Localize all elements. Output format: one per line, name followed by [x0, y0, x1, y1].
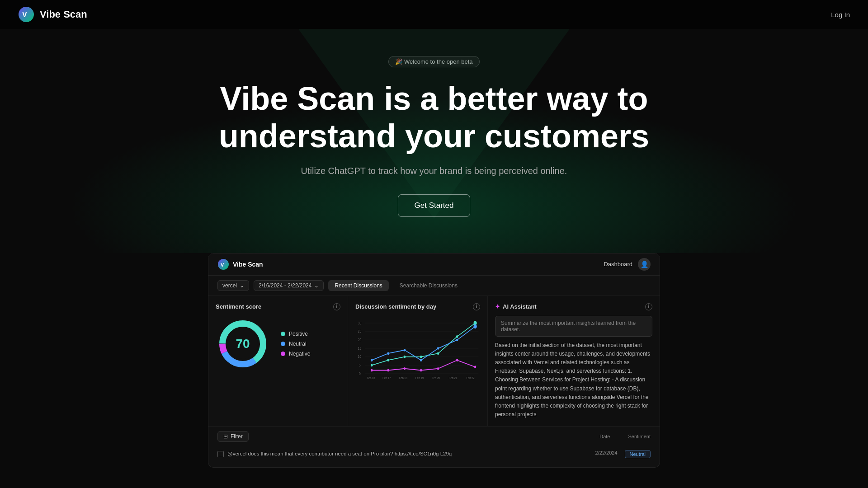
hero-section: 🎉 Welcome to the open beta Vibe Scan is … [0, 29, 868, 253]
svg-point-40 [437, 347, 439, 350]
svg-point-45 [404, 367, 406, 370]
svg-point-38 [404, 349, 406, 352]
svg-text:Feb 21: Feb 21 [449, 376, 457, 380]
ai-input-text: Summarize the most important insights le… [501, 320, 636, 333]
legend-label-negative: Negative [289, 351, 310, 357]
svg-point-36 [371, 359, 373, 361]
filter-bar: vercel ⌄ 2/16/2024 - 2/22/2024 ⌄ Recent … [208, 276, 660, 296]
legend-positive: Positive [281, 331, 310, 337]
svg-point-41 [456, 338, 458, 341]
login-button[interactable]: Log In [831, 11, 850, 19]
sentiment-score-panel: Sentiment score i [208, 296, 348, 427]
top-nav: V Vibe Scan Log In [0, 0, 868, 29]
chart-svg: 30 25 20 15 10 5 0 Feb 16 Feb 1 [355, 317, 480, 380]
sentiment-score-inner: 70 Positive Neutral Negati [216, 317, 340, 371]
logo-area: V Vibe Scan [18, 6, 87, 23]
legend-label-positive: Positive [289, 331, 308, 337]
svg-text:Feb 22: Feb 22 [466, 376, 474, 380]
legend-negative: Negative [281, 351, 310, 357]
legend-neutral: Neutral [281, 341, 310, 347]
filter-button-label: Filter [231, 433, 243, 440]
dash-logo-icon: V [217, 258, 229, 270]
svg-point-37 [387, 352, 389, 355]
sentiment-score-info-icon[interactable]: i [333, 303, 340, 310]
svg-point-46 [420, 369, 422, 371]
filter-icon: ⊟ [223, 433, 228, 440]
hero-subtitle: Utilize ChatGPT to track how your brand … [9, 166, 859, 176]
svg-text:15: 15 [358, 346, 361, 351]
legend-label-neutral: Neutral [289, 341, 307, 347]
donut-chart: 70 [216, 317, 270, 371]
chart-info-icon[interactable]: i [473, 303, 480, 310]
tab-recent-discussions[interactable]: Recent Discussions [328, 280, 388, 291]
legend-dot-neutral [281, 342, 285, 346]
ai-assistant-panel: ✦ AI Assistant i Summarize the most impo… [488, 296, 660, 427]
date-filter-chip[interactable]: 2/16/2024 - 2/22/2024 ⌄ [254, 280, 324, 291]
svg-point-48 [456, 359, 458, 361]
row-date: 2/22/2024 [595, 450, 618, 455]
date-filter-chevron: ⌄ [314, 282, 319, 289]
get-started-button[interactable]: Get Started [398, 194, 471, 217]
hero-headline: Vibe Scan is a better way to understand … [9, 80, 859, 155]
svg-point-33 [437, 352, 439, 355]
table-row: @vercel does this mean that every contri… [217, 446, 651, 463]
table-filter-row: ⊟ Filter Date Sentiment [217, 431, 651, 442]
svg-text:5: 5 [359, 363, 361, 367]
logo-icon: V [18, 6, 34, 23]
svg-point-31 [404, 355, 406, 358]
sentiment-score-title: Sentiment score i [216, 303, 340, 310]
svg-text:0: 0 [359, 371, 361, 376]
svg-point-39 [420, 359, 422, 361]
svg-text:20: 20 [358, 338, 361, 342]
svg-text:10: 10 [358, 354, 361, 359]
svg-point-43 [371, 369, 373, 371]
col-header-date: Date [599, 434, 610, 439]
brand-filter-chevron: ⌄ [240, 282, 244, 289]
table-col-headers: Date Sentiment [599, 434, 651, 439]
svg-point-42 [473, 324, 476, 328]
sentiment-badge: Neutral [625, 450, 651, 458]
svg-text:25: 25 [358, 329, 361, 333]
ai-response-text: Based on the initial section of the data… [495, 341, 652, 419]
dashboard-preview: V Vibe Scan Dashboard 👤 vercel ⌄ 2/16/20… [208, 253, 660, 468]
dash-nav-dashboard[interactable]: Dashboard [604, 261, 632, 267]
date-filter-value: 2/16/2024 - 2/22/2024 [259, 282, 311, 289]
beta-badge: 🎉 Welcome to the open beta [388, 56, 479, 67]
col-header-sentiment: Sentiment [628, 434, 651, 439]
chart-panel: Discussion sentiment by day i 30 25 20 1… [348, 296, 488, 427]
svg-text:Feb 18: Feb 18 [399, 376, 407, 380]
hero-headline-line2: understand your customers [219, 118, 649, 154]
chart-title: Discussion sentiment by day i [355, 303, 480, 310]
dash-logo-area: V Vibe Scan [217, 258, 263, 270]
svg-text:30: 30 [358, 321, 361, 325]
hero-headline-line1: Vibe Scan is a better way to [220, 80, 648, 117]
svg-text:Feb 20: Feb 20 [432, 376, 440, 380]
dash-nav-right: Dashboard 👤 [604, 258, 651, 271]
svg-point-49 [474, 366, 476, 368]
svg-point-34 [456, 335, 458, 338]
svg-point-47 [437, 367, 439, 370]
svg-point-29 [371, 364, 373, 366]
tab-searchable-discussions[interactable]: Searchable Discussions [393, 280, 464, 291]
ai-sparkle-icon: ✦ [495, 303, 500, 310]
brand-filter-value: vercel [222, 282, 237, 289]
dash-logo-text: Vibe Scan [233, 261, 263, 268]
svg-point-44 [387, 369, 389, 371]
svg-text:Feb 16: Feb 16 [367, 376, 375, 380]
table-row-content: @vercel does this mean that every contri… [217, 450, 588, 457]
dash-lower: ⊟ Filter Date Sentiment @vercel does thi… [208, 426, 660, 467]
svg-text:V: V [22, 11, 27, 19]
svg-point-30 [387, 359, 389, 361]
brand-filter-chip[interactable]: vercel ⌄ [217, 280, 249, 291]
row-checkbox[interactable] [217, 451, 224, 457]
legend-dot-negative [281, 352, 285, 356]
svg-text:Feb 17: Feb 17 [382, 376, 391, 380]
svg-text:Feb 19: Feb 19 [415, 376, 424, 380]
ai-assistant-title: ✦ AI Assistant i [495, 303, 652, 310]
sentiment-legend: Positive Neutral Negative [281, 331, 310, 357]
filter-button[interactable]: ⊟ Filter [217, 431, 249, 442]
ai-input-box[interactable]: Summarize the most important insights le… [495, 316, 652, 337]
user-avatar-icon[interactable]: 👤 [638, 258, 651, 271]
svg-point-32 [420, 355, 422, 358]
ai-info-icon[interactable]: i [645, 303, 652, 310]
